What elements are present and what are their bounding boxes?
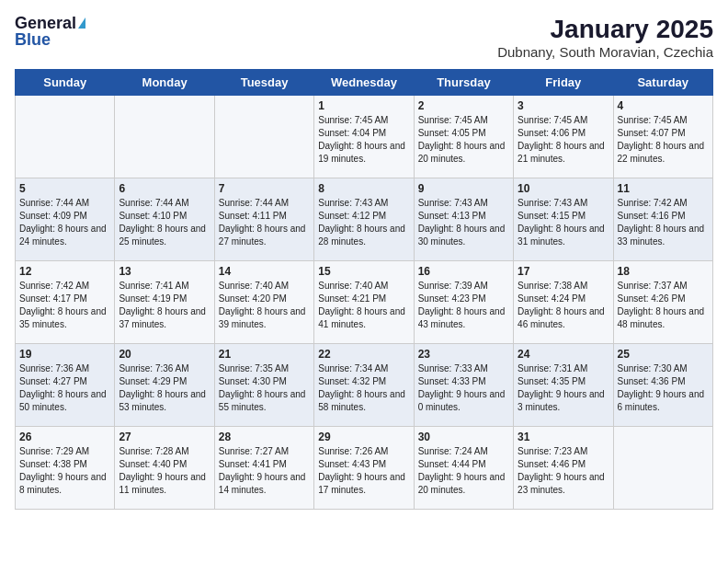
calendar-cell: 20Sunrise: 7:36 AMSunset: 4:29 PMDayligh…	[115, 344, 214, 427]
page-subtitle: Dubnany, South Moravian, Czechia	[497, 44, 713, 60]
logo: General Blue	[15, 15, 85, 48]
day-number: 24	[518, 348, 609, 361]
day-info: Sunrise: 7:28 AMSunset: 4:40 PMDaylight:…	[119, 445, 210, 497]
calendar-cell: 22Sunrise: 7:34 AMSunset: 4:32 PMDayligh…	[314, 344, 414, 427]
calendar-cell: 23Sunrise: 7:33 AMSunset: 4:33 PMDayligh…	[414, 344, 513, 427]
week-row-2: 5Sunrise: 7:44 AMSunset: 4:09 PMDaylight…	[16, 178, 713, 261]
day-info: Sunrise: 7:23 AMSunset: 4:46 PMDaylight:…	[518, 445, 609, 497]
page-header: General Blue January 2025 Dubnany, South…	[15, 15, 713, 60]
calendar-cell: 12Sunrise: 7:42 AMSunset: 4:17 PMDayligh…	[16, 261, 115, 344]
day-info: Sunrise: 7:37 AMSunset: 4:26 PMDaylight:…	[618, 280, 709, 331]
day-info: Sunrise: 7:31 AMSunset: 4:35 PMDaylight:…	[518, 362, 609, 414]
day-number: 29	[318, 431, 409, 443]
day-header-tuesday: Tuesday	[214, 70, 313, 96]
day-number: 31	[518, 431, 609, 443]
day-info: Sunrise: 7:44 AMSunset: 4:09 PMDaylight:…	[19, 197, 110, 248]
day-number: 20	[119, 348, 210, 361]
day-number: 18	[618, 265, 709, 278]
logo-icon	[78, 17, 85, 29]
day-number: 15	[318, 265, 409, 278]
day-info: Sunrise: 7:39 AMSunset: 4:23 PMDaylight:…	[418, 280, 509, 331]
calendar-cell: 5Sunrise: 7:44 AMSunset: 4:09 PMDaylight…	[16, 178, 115, 261]
calendar-cell: 29Sunrise: 7:26 AMSunset: 4:43 PMDayligh…	[314, 427, 414, 510]
calendar-cell: 4Sunrise: 7:45 AMSunset: 4:07 PMDaylight…	[613, 96, 712, 178]
day-header-saturday: Saturday	[613, 70, 712, 96]
day-info: Sunrise: 7:45 AMSunset: 4:05 PMDaylight:…	[418, 114, 509, 166]
day-info: Sunrise: 7:45 AMSunset: 4:06 PMDaylight:…	[518, 114, 609, 166]
day-info: Sunrise: 7:43 AMSunset: 4:13 PMDaylight:…	[418, 197, 509, 248]
calendar-cell: 17Sunrise: 7:38 AMSunset: 4:24 PMDayligh…	[514, 261, 613, 344]
day-info: Sunrise: 7:44 AMSunset: 4:10 PMDaylight:…	[119, 197, 210, 248]
week-row-4: 19Sunrise: 7:36 AMSunset: 4:27 PMDayligh…	[16, 344, 713, 427]
day-number: 12	[19, 265, 110, 278]
day-info: Sunrise: 7:36 AMSunset: 4:27 PMDaylight:…	[19, 362, 110, 414]
calendar-cell: 6Sunrise: 7:44 AMSunset: 4:10 PMDaylight…	[115, 178, 214, 261]
calendar-cell: 8Sunrise: 7:43 AMSunset: 4:12 PMDaylight…	[314, 178, 414, 261]
calendar-cell: 25Sunrise: 7:30 AMSunset: 4:36 PMDayligh…	[613, 344, 712, 427]
calendar-cell: 14Sunrise: 7:40 AMSunset: 4:20 PMDayligh…	[214, 261, 313, 344]
day-number: 6	[119, 182, 210, 195]
day-info: Sunrise: 7:38 AMSunset: 4:24 PMDaylight:…	[518, 280, 609, 331]
day-number: 13	[119, 265, 210, 278]
day-info: Sunrise: 7:29 AMSunset: 4:38 PMDaylight:…	[19, 445, 110, 497]
calendar-cell: 24Sunrise: 7:31 AMSunset: 4:35 PMDayligh…	[514, 344, 613, 427]
calendar-cell: 13Sunrise: 7:41 AMSunset: 4:19 PMDayligh…	[115, 261, 214, 344]
day-number: 16	[418, 265, 509, 278]
calendar-cell: 2Sunrise: 7:45 AMSunset: 4:05 PMDaylight…	[414, 96, 513, 178]
calendar-cell: 30Sunrise: 7:24 AMSunset: 4:44 PMDayligh…	[414, 427, 513, 510]
days-header-row: SundayMondayTuesdayWednesdayThursdayFrid…	[16, 70, 713, 96]
day-number: 1	[318, 99, 409, 112]
day-number: 27	[119, 431, 210, 443]
day-number: 2	[418, 99, 509, 112]
day-info: Sunrise: 7:26 AMSunset: 4:43 PMDaylight:…	[318, 445, 409, 497]
day-info: Sunrise: 7:40 AMSunset: 4:20 PMDaylight:…	[219, 280, 310, 331]
day-info: Sunrise: 7:24 AMSunset: 4:44 PMDaylight:…	[418, 445, 509, 497]
day-info: Sunrise: 7:35 AMSunset: 4:30 PMDaylight:…	[219, 362, 310, 414]
day-header-monday: Monday	[115, 70, 214, 96]
day-number: 30	[418, 431, 509, 443]
day-number: 9	[418, 182, 509, 195]
calendar-cell: 18Sunrise: 7:37 AMSunset: 4:26 PMDayligh…	[613, 261, 712, 344]
calendar-cell: 21Sunrise: 7:35 AMSunset: 4:30 PMDayligh…	[214, 344, 313, 427]
day-info: Sunrise: 7:40 AMSunset: 4:21 PMDaylight:…	[318, 280, 409, 331]
day-number: 22	[318, 348, 409, 361]
title-block: January 2025 Dubnany, South Moravian, Cz…	[497, 15, 713, 60]
calendar-cell: 19Sunrise: 7:36 AMSunset: 4:27 PMDayligh…	[16, 344, 115, 427]
calendar-cell	[16, 96, 115, 178]
week-row-3: 12Sunrise: 7:42 AMSunset: 4:17 PMDayligh…	[16, 261, 713, 344]
day-header-friday: Friday	[514, 70, 613, 96]
page-title: January 2025	[497, 15, 713, 44]
calendar-cell	[613, 427, 712, 510]
day-info: Sunrise: 7:30 AMSunset: 4:36 PMDaylight:…	[618, 362, 709, 414]
day-info: Sunrise: 7:34 AMSunset: 4:32 PMDaylight:…	[318, 362, 409, 414]
calendar-cell: 15Sunrise: 7:40 AMSunset: 4:21 PMDayligh…	[314, 261, 414, 344]
day-number: 3	[518, 99, 609, 112]
day-number: 7	[219, 182, 310, 195]
calendar-cell: 16Sunrise: 7:39 AMSunset: 4:23 PMDayligh…	[414, 261, 513, 344]
day-info: Sunrise: 7:41 AMSunset: 4:19 PMDaylight:…	[119, 280, 210, 331]
day-info: Sunrise: 7:33 AMSunset: 4:33 PMDaylight:…	[418, 362, 509, 414]
day-header-wednesday: Wednesday	[314, 70, 414, 96]
day-number: 21	[219, 348, 310, 361]
calendar-cell: 11Sunrise: 7:42 AMSunset: 4:16 PMDayligh…	[613, 178, 712, 261]
day-info: Sunrise: 7:45 AMSunset: 4:07 PMDaylight:…	[618, 114, 709, 166]
day-number: 5	[19, 182, 110, 195]
calendar-cell: 31Sunrise: 7:23 AMSunset: 4:46 PMDayligh…	[514, 427, 613, 510]
day-info: Sunrise: 7:45 AMSunset: 4:04 PMDaylight:…	[318, 114, 409, 166]
day-info: Sunrise: 7:27 AMSunset: 4:41 PMDaylight:…	[219, 445, 310, 497]
day-info: Sunrise: 7:36 AMSunset: 4:29 PMDaylight:…	[119, 362, 210, 414]
calendar-cell	[115, 96, 214, 178]
calendar-table: SundayMondayTuesdayWednesdayThursdayFrid…	[15, 69, 713, 510]
day-info: Sunrise: 7:43 AMSunset: 4:12 PMDaylight:…	[318, 197, 409, 248]
day-number: 19	[19, 348, 110, 361]
day-info: Sunrise: 7:42 AMSunset: 4:17 PMDaylight:…	[19, 280, 110, 331]
calendar-cell: 1Sunrise: 7:45 AMSunset: 4:04 PMDaylight…	[314, 96, 414, 178]
calendar-cell	[214, 96, 313, 178]
day-info: Sunrise: 7:44 AMSunset: 4:11 PMDaylight:…	[219, 197, 310, 248]
day-number: 10	[518, 182, 609, 195]
day-number: 25	[618, 348, 709, 361]
day-number: 23	[418, 348, 509, 361]
calendar-cell: 27Sunrise: 7:28 AMSunset: 4:40 PMDayligh…	[115, 427, 214, 510]
day-info: Sunrise: 7:43 AMSunset: 4:15 PMDaylight:…	[518, 197, 609, 248]
calendar-cell: 3Sunrise: 7:45 AMSunset: 4:06 PMDaylight…	[514, 96, 613, 178]
